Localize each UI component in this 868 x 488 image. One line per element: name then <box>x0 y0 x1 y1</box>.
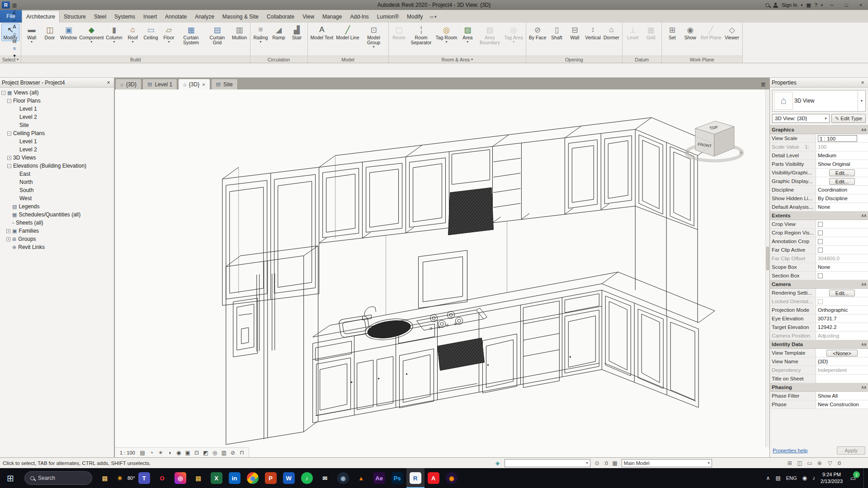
revit-logo-icon[interactable]: R <box>2 1 10 9</box>
property-value[interactable] <box>816 297 868 305</box>
property-value[interactable]: Show Original <box>816 160 868 168</box>
property-value[interactable]: 1 : 100 <box>816 134 868 142</box>
help-dropdown-icon[interactable]: ▾ <box>821 3 823 7</box>
column-button[interactable]: ▮ Column ▾ <box>104 23 123 45</box>
ribbon-tab[interactable]: Systems <box>110 11 139 23</box>
floor-button[interactable]: ▱ Floor ▾ <box>160 23 178 45</box>
close-project-browser-icon[interactable]: × <box>105 80 112 86</box>
measure-icon[interactable]: ∠ <box>11 9 18 16</box>
tree-item[interactable]: − Elevations (Building Elevation) <box>0 162 114 170</box>
app-icon-linkedin[interactable]: in <box>226 468 244 488</box>
reveal-hidden-elements-icon[interactable]: ◎ <box>211 449 219 456</box>
collapse-section-icon[interactable]: ∧∧ <box>861 127 866 132</box>
tree-expander-icon[interactable]: + <box>7 156 11 160</box>
view-tab[interactable]: ⌂ {3D} × <box>178 79 210 89</box>
ribbon-tab[interactable]: Massing & Site <box>218 11 263 23</box>
edit-type-button[interactable]: ✎ Edit Type <box>831 114 866 123</box>
properties-help-link[interactable]: Properties help <box>773 448 807 453</box>
property-section-header[interactable]: Graphics ∧∧ <box>770 126 868 134</box>
sign-in-button[interactable]: Sign In <box>782 2 797 8</box>
tree-item[interactable]: + ⊞ Groups <box>0 235 114 243</box>
tray-expand-icon[interactable]: ∧ <box>766 475 770 481</box>
network-icon[interactable]: ◉ <box>802 475 807 481</box>
start-button[interactable]: ⊞ <box>0 468 21 488</box>
by-face-button[interactable]: ⊘ By Face <box>528 23 548 41</box>
tree-item[interactable]: East <box>0 170 114 178</box>
account-icon[interactable] <box>773 3 778 8</box>
ribbon-tab[interactable]: Collaborate <box>263 11 298 23</box>
property-value[interactable]: Edit... <box>816 289 868 297</box>
aligned-dimension-icon[interactable]: ↔ <box>11 16 18 23</box>
visual-style-icon[interactable]: ◔ <box>148 449 156 456</box>
ribbon-tab[interactable]: Architecture <box>22 10 60 23</box>
thin-lines-icon[interactable]: ≡ <box>11 45 18 52</box>
maximize-button[interactable]: □ <box>841 1 852 9</box>
taskbar-search[interactable]: Search <box>24 471 92 485</box>
app-icon-firefox[interactable]: ◉ <box>443 468 461 488</box>
ceiling-button[interactable]: ▭ Ceiling <box>142 23 160 41</box>
ribbon-tab[interactable]: Lumion® <box>373 11 403 23</box>
tree-item[interactable]: − ▦ Views (all) <box>0 89 114 97</box>
show-desktop-button[interactable] <box>863 468 866 488</box>
collapse-section-icon[interactable]: ∧∧ <box>861 385 866 389</box>
component-button[interactable]: ◆ Component ▾ <box>78 23 104 45</box>
view-cube[interactable]: TOP FRONT <box>683 109 746 164</box>
close-view-tab-icon[interactable]: × <box>202 82 205 87</box>
wall-button[interactable]: ▬ Wall ▾ <box>23 23 41 45</box>
tree-item[interactable]: + ▣ Families <box>0 227 114 235</box>
room-separator-button[interactable]: ╎ Room Separator <box>408 23 434 46</box>
viewer-button[interactable]: ◇ Viewer <box>723 23 741 41</box>
set-button[interactable]: ⊞ Set <box>663 23 681 41</box>
design-options-dropdown[interactable]: Main Model ▾ <box>622 459 712 467</box>
tag-area-button[interactable]: ◎ Tag Area ▾ <box>503 23 524 45</box>
show-button[interactable]: ◉ Show <box>681 23 699 41</box>
view-scale-button[interactable]: 1 : 100 <box>118 449 137 456</box>
dormer-button[interactable]: ⌂ Dormer <box>602 23 621 41</box>
ribbon-tab[interactable]: Insert <box>139 11 161 23</box>
drawing-area[interactable]: TOP FRONT 1 : 100 ▤◔☀◑◉▣⊡◩◎▥⊘⊓ <box>114 89 769 457</box>
tree-expander-icon[interactable]: + <box>6 229 10 233</box>
onedrive-icon[interactable]: ▤ <box>775 475 780 481</box>
view-tab[interactable]: ▤ Level 1 <box>142 79 177 89</box>
level-button[interactable]: ⊥ Level <box>624 23 642 41</box>
app-icon-revit[interactable]: R <box>406 468 425 488</box>
tree-item[interactable]: ▫ Sheets (all) <box>0 219 114 227</box>
close-properties-icon[interactable]: × <box>859 80 866 86</box>
shadows-icon[interactable]: ◑ <box>166 449 174 456</box>
app-icon-mail[interactable]: ✉ <box>316 468 334 488</box>
property-value[interactable] <box>816 375 868 383</box>
sign-in-dropdown-icon[interactable]: ▾ <box>801 3 802 7</box>
app-icon-after-effects[interactable]: Ae <box>370 468 388 488</box>
tree-item[interactable]: West <box>0 194 114 202</box>
app-icon-file-explorer[interactable]: ▤ <box>96 468 114 488</box>
collapse-section-icon[interactable]: ∧∧ <box>861 282 866 286</box>
property-value[interactable]: 30731.7 <box>816 314 868 323</box>
tree-item[interactable]: Level 2 <box>0 113 114 121</box>
property-value[interactable]: Independent <box>816 366 868 374</box>
property-checkbox[interactable] <box>818 248 823 253</box>
tree-item[interactable]: Level 1 <box>0 137 114 145</box>
tree-expander-icon[interactable]: − <box>7 131 11 136</box>
worksets-dropdown[interactable]: ▾ <box>505 459 590 467</box>
background-processes-icon[interactable]: ▭ <box>806 460 813 467</box>
room-button[interactable]: ▢ Room <box>390 23 408 41</box>
shaft-button[interactable]: ▯ Shaft <box>547 23 566 41</box>
property-value[interactable] <box>816 237 868 245</box>
app-icon-word[interactable]: W <box>280 468 298 488</box>
property-section-header[interactable]: Identity Data ∧∧ <box>770 340 868 349</box>
tree-expander-icon[interactable]: − <box>7 99 11 103</box>
ramp-button[interactable]: ◢ Ramp <box>270 23 288 41</box>
property-value[interactable]: Medium <box>816 151 868 160</box>
model-text-button[interactable]: A Model Text <box>309 23 335 41</box>
ribbon-tab[interactable]: Modify <box>403 11 427 23</box>
property-value[interactable] <box>816 272 868 280</box>
ribbon-tab[interactable]: Annotate <box>161 11 191 23</box>
show-crop-region-icon[interactable]: ⊡ <box>193 449 201 456</box>
property-value[interactable]: Show All <box>816 392 868 400</box>
property-section-header[interactable]: Camera ∧∧ <box>770 280 868 289</box>
collapse-section-icon[interactable]: ∧∧ <box>861 213 866 218</box>
property-value[interactable]: Edit... <box>816 169 868 177</box>
worksets-dropdown-icon[interactable]: ▾ <box>584 461 588 465</box>
help-icon[interactable]: ? <box>815 2 817 8</box>
model-line-button[interactable]: ╱ Model Line <box>335 23 360 41</box>
